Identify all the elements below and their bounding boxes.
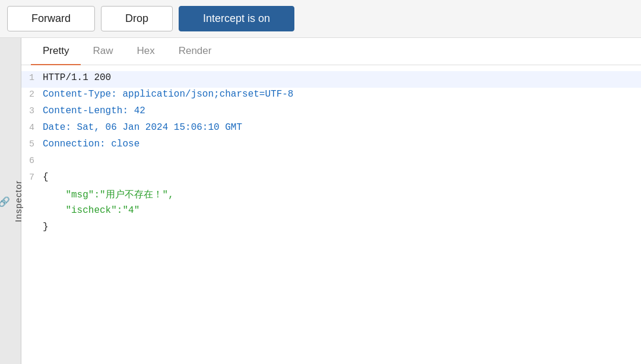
line-content: { (43, 172, 641, 183)
main-area: 🔗 Inspector Pretty Raw Hex Render 1 HTTP… (0, 38, 641, 364)
code-line-5: 5 Connection: close (21, 138, 641, 154)
sidebar-label: 🔗 Inspector (0, 180, 23, 222)
line-number: 6 (21, 155, 43, 166)
tab-hex[interactable]: Hex (125, 38, 166, 65)
code-area[interactable]: 1 HTTP/1.1 200 2 Content-Type: applicati… (21, 65, 641, 364)
forward-button[interactable]: Forward (7, 6, 95, 31)
toolbar: Forward Drop Intercept is on (0, 0, 641, 38)
line-content: Connection: close (43, 139, 641, 149)
code-line-9: "ischeck":"4" (21, 204, 641, 221)
tab-raw[interactable]: Raw (81, 38, 125, 65)
code-line-10: } (21, 221, 641, 237)
line-content: Content-Type: application/json;charset=U… (43, 89, 641, 100)
content-panel: Pretty Raw Hex Render 1 HTTP/1.1 200 2 C… (21, 38, 641, 364)
line-number: 7 (21, 172, 43, 183)
drop-button[interactable]: Drop (101, 6, 173, 31)
tab-bar: Pretty Raw Hex Render (21, 38, 641, 65)
line-number: 5 (21, 139, 43, 149)
code-line-1: 1 HTTP/1.1 200 (21, 71, 641, 88)
code-line-2: 2 Content-Type: application/json;charset… (21, 88, 641, 104)
line-number: 2 (21, 89, 43, 100)
sidebar: 🔗 Inspector (0, 38, 21, 364)
code-line-7: 7 { (21, 171, 641, 187)
line-content: "msg":"用户不存在！", (43, 189, 641, 201)
tab-pretty[interactable]: Pretty (31, 38, 81, 65)
line-number (21, 222, 43, 222)
code-line-4: 4 Date: Sat, 06 Jan 2024 15:06:10 GMT (21, 121, 641, 138)
line-number: 3 (21, 106, 43, 116)
line-number: 4 (21, 122, 43, 133)
line-number (21, 205, 43, 206)
code-line-8: "msg":"用户不存在！", (21, 187, 641, 204)
tab-render[interactable]: Render (167, 38, 224, 65)
line-content: "ischeck":"4" (43, 205, 641, 216)
intercept-button[interactable]: Intercept is on (179, 6, 294, 31)
sidebar-text: Inspector (13, 180, 23, 222)
line-content: Content-Length: 42 (43, 106, 641, 116)
line-content: } (43, 222, 641, 232)
inspector-icon: 🔗 (0, 195, 9, 207)
code-line-6: 6 (21, 154, 641, 171)
line-number (21, 189, 43, 189)
code-line-3: 3 Content-Length: 42 (21, 104, 641, 121)
line-number: 1 (21, 72, 43, 83)
line-content: Date: Sat, 06 Jan 2024 15:06:10 GMT (43, 122, 641, 133)
line-content: HTTP/1.1 200 (43, 72, 641, 83)
